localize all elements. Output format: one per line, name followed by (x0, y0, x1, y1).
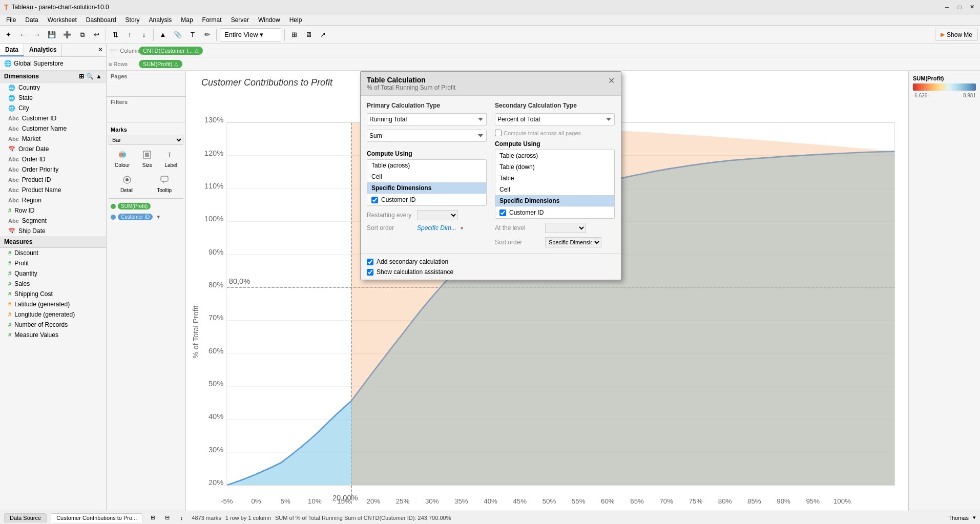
measure-values[interactable]: #Measure Values (0, 330, 106, 340)
measures-section-header[interactable]: Measures (0, 236, 106, 248)
maximize-button[interactable]: □ (955, 3, 964, 11)
field-city[interactable]: 🌐City (0, 103, 106, 113)
primary-list-table-across[interactable]: Table (across) (367, 160, 486, 171)
primary-sort-value[interactable]: Specific Dim... (417, 224, 456, 232)
datasource-name[interactable]: 🌐 Global Superstore (0, 57, 106, 71)
menu-help[interactable]: Help (285, 15, 306, 25)
field-order-priority[interactable]: AbcOrder Priority (0, 164, 106, 175)
primary-checkbox-customer-id[interactable]: Customer ID (367, 194, 486, 205)
primary-list-specific-dimensions[interactable]: Specific Dimensions (367, 182, 486, 194)
close-button[interactable]: ✕ (968, 3, 976, 11)
rows-pill[interactable]: SUM(Profit) △ (139, 60, 182, 68)
measure-profit[interactable]: #Profit (0, 258, 106, 268)
dialog-close-button[interactable]: ✕ (608, 76, 615, 86)
secondary-sort-select[interactable]: Specific Dimensions (545, 237, 601, 247)
toolbar-adddata-button[interactable]: ➕ (60, 28, 74, 41)
show-me-button[interactable]: ▶ Show Me (935, 29, 978, 41)
menu-data[interactable]: Data (21, 15, 42, 25)
analytics-tab[interactable]: Analytics (24, 44, 62, 56)
columns-pill[interactable]: CNTD(Customer I... △ (139, 47, 203, 55)
dimensions-collapse-icon[interactable]: ▲ (96, 73, 102, 80)
toolbar-back-button[interactable]: ← (16, 28, 29, 41)
toolbar-group-button[interactable]: 📎 (171, 28, 184, 41)
secondary-list-specific-dimensions[interactable]: Specific Dimensions (495, 195, 614, 206)
toolbar-device-button[interactable]: 🖥 (302, 28, 315, 41)
field-product-name[interactable]: AbcProduct Name (0, 185, 106, 195)
toolbar-sortasc-button[interactable]: ↑ (123, 28, 136, 41)
detail-button[interactable]: Detail (118, 173, 136, 195)
toolbar-save-button[interactable]: 💾 (45, 28, 58, 41)
measure-sales[interactable]: #Sales (0, 279, 106, 289)
secondary-list-table-down[interactable]: Table (down) (495, 161, 614, 173)
toolbar-duplicate-button[interactable]: ⧉ (76, 28, 88, 41)
secondary-calc-select[interactable]: Percent of Total Running Total Differenc… (495, 113, 615, 125)
marks-field-customer-id[interactable]: Customer ID ▼ (109, 213, 183, 221)
show-assistance-checkbox[interactable] (367, 269, 373, 276)
toolbar-label-button[interactable]: T (186, 28, 199, 41)
menu-map[interactable]: Map (177, 15, 197, 25)
measure-num-records[interactable]: #Number of Records (0, 320, 106, 330)
toolbar-share-button[interactable]: ↗ (317, 28, 329, 41)
marks-type-select[interactable]: Bar Line Area Circle (109, 135, 183, 145)
toolbar-dashboard-button[interactable]: ⊞ (288, 28, 300, 41)
menu-worksheet[interactable]: Worksheet (44, 15, 81, 25)
menu-window[interactable]: Window (254, 15, 284, 25)
colour-button[interactable]: Colour (113, 148, 132, 170)
toolbar-view-select[interactable]: Entire View ▾ (220, 28, 281, 41)
toolbar-undo-button[interactable]: ↩ (90, 28, 102, 41)
toolbar-forward-button[interactable]: → (31, 28, 43, 41)
tooltip-button[interactable]: Tooltip (155, 173, 174, 195)
toolbar-highlight-button[interactable]: ▲ (157, 28, 169, 41)
field-state[interactable]: 🌐State (0, 93, 106, 103)
sheet-icon-3[interactable]: ↕ (175, 513, 187, 523)
secondary-list-table[interactable]: Table (495, 173, 614, 184)
sheet-tab[interactable]: Customer Contributions to Pro... (51, 513, 142, 522)
field-product-id[interactable]: AbcProduct ID (0, 175, 106, 185)
marks-field-sum-profit[interactable]: SUM(Profit) (109, 202, 183, 211)
toolbar-swap-button[interactable]: ⇅ (109, 28, 121, 41)
minimize-button[interactable]: ─ (943, 3, 951, 11)
dimensions-section-header[interactable]: Dimensions ⊞ 🔍 ▲ (0, 71, 106, 82)
primary-list-cell[interactable]: Cell (367, 171, 486, 182)
menu-story[interactable]: Story (121, 15, 144, 25)
dimensions-grid-icon[interactable]: ⊞ (79, 73, 84, 80)
panel-close-button[interactable]: ✕ (95, 44, 106, 56)
label-button[interactable]: T Label (162, 148, 179, 170)
menu-server[interactable]: Server (227, 15, 253, 25)
measure-quantity[interactable]: #Quantity (0, 268, 106, 279)
field-customer-name[interactable]: AbcCustomer Name (0, 123, 106, 134)
menu-analysis[interactable]: Analysis (145, 15, 176, 25)
toolbar-new-button[interactable]: ✦ (2, 28, 14, 41)
measure-latitude[interactable]: #Latitude (generated) (0, 299, 106, 309)
data-tab[interactable]: Data (0, 44, 24, 56)
field-ship-date[interactable]: 📅Ship Date (0, 226, 106, 236)
field-order-date[interactable]: 📅Order Date (0, 144, 106, 154)
menu-format[interactable]: Format (198, 15, 226, 25)
field-region[interactable]: AbcRegion (0, 195, 106, 205)
datasource-tab[interactable]: Data Source (4, 513, 47, 522)
sheet-icon-2[interactable]: ⊟ (161, 513, 173, 523)
menu-file[interactable]: File (2, 15, 20, 25)
field-order-id[interactable]: AbcOrder ID (0, 154, 106, 164)
measure-discount[interactable]: #Discount (0, 248, 106, 258)
field-customer-id[interactable]: AbcCustomer ID (0, 113, 106, 123)
primary-calc-select[interactable]: Running Total Difference From Percent Di… (367, 113, 487, 125)
toolbar-sortdesc-button[interactable]: ↓ (138, 28, 150, 41)
measure-longitude[interactable]: #Longitude (generated) (0, 309, 106, 320)
dimensions-search-icon[interactable]: 🔍 (86, 73, 94, 80)
add-secondary-checkbox[interactable] (367, 259, 373, 265)
at-level-select[interactable] (545, 223, 586, 233)
secondary-list-cell[interactable]: Cell (495, 184, 614, 195)
field-country[interactable]: 🌐Country (0, 82, 106, 93)
field-row-id[interactable]: #Row ID (0, 205, 106, 216)
menu-dashboard[interactable]: Dashboard (82, 15, 120, 25)
measure-shipping-cost[interactable]: #Shipping Cost (0, 289, 106, 299)
size-button[interactable]: Size (140, 148, 154, 170)
restarting-select[interactable] (417, 210, 458, 220)
secondary-list-table-across[interactable]: Table (across) (495, 150, 614, 161)
user-dropdown-icon[interactable]: ▾ (973, 514, 976, 521)
primary-calc-subselect[interactable]: Sum Average Min Max (367, 130, 487, 142)
compute-across-checkbox[interactable] (495, 130, 502, 136)
field-segment[interactable]: AbcSegment (0, 216, 106, 226)
secondary-checkbox-customer-id[interactable]: Customer ID (495, 206, 614, 218)
